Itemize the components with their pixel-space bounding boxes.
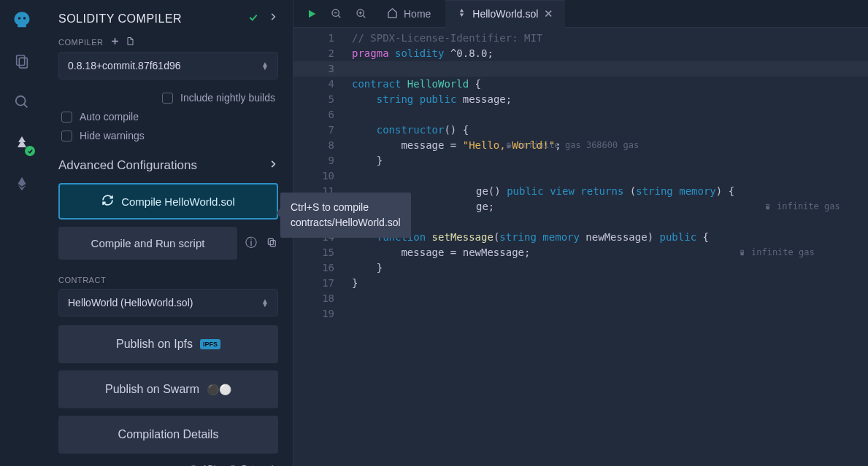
deploy-icon[interactable] xyxy=(10,172,34,195)
line-number: 4 xyxy=(293,77,334,92)
line-number: 7 xyxy=(293,123,334,138)
refresh-icon xyxy=(101,194,114,209)
publish-ipfs-button[interactable]: Publish on Ipfs IPFS xyxy=(58,325,278,363)
swarm-badge-icon: ⚫⚪ xyxy=(207,384,231,395)
run-icon[interactable] xyxy=(301,3,323,25)
home-icon xyxy=(387,7,398,20)
line-number: 19 xyxy=(293,306,334,322)
svg-line-16 xyxy=(363,15,365,18)
panel-title: SOLIDITY COMPILER xyxy=(58,12,182,26)
auto-compile-row: Auto compile xyxy=(58,107,278,126)
tab-bar: Home HelloWorld.sol ✕ xyxy=(293,0,868,28)
ipfs-badge-icon: IPFS xyxy=(200,339,220,349)
compiler-version-select[interactable]: 0.8.18+commit.87f61d96 ▲▼ xyxy=(58,52,278,79)
compile-run-button[interactable]: Compile and Run script xyxy=(58,227,237,260)
close-icon[interactable]: ✕ xyxy=(544,7,553,20)
solidity-file-icon xyxy=(457,8,466,20)
publish-swarm-button[interactable]: Publish on Swarm ⚫⚪ xyxy=(58,370,278,408)
zoom-in-icon[interactable] xyxy=(350,3,372,25)
line-number: 5 xyxy=(293,92,334,107)
updown-icon: ▲▼ xyxy=(261,62,269,69)
svg-rect-6 xyxy=(268,238,273,244)
line-number: 2 xyxy=(293,46,334,61)
line-number: 17 xyxy=(293,276,334,291)
icon-rail xyxy=(0,0,44,466)
panel-header: SOLIDITY COMPILER xyxy=(58,12,278,26)
check-icon xyxy=(247,12,259,26)
tab-home[interactable]: Home xyxy=(375,0,442,28)
line-number: 8 xyxy=(293,138,334,153)
plus-icon[interactable] xyxy=(110,36,120,47)
copy-icon[interactable] xyxy=(265,237,278,250)
file-explorer-icon[interactable] xyxy=(10,50,34,73)
compiler-subhead: COMPILER xyxy=(58,36,278,47)
chevron-right-icon xyxy=(268,158,278,173)
compilation-details-button[interactable]: Compilation Details xyxy=(58,416,278,454)
search-icon[interactable] xyxy=(10,90,34,114)
svg-line-13 xyxy=(338,15,340,18)
contract-subhead: CONTRACT xyxy=(58,276,278,284)
auto-compile-checkbox[interactable] xyxy=(61,112,72,123)
advanced-config-toggle[interactable]: Advanced Configurations xyxy=(58,158,278,173)
include-nightly-checkbox[interactable] xyxy=(162,93,173,104)
line-number: 10 xyxy=(293,168,334,184)
chevron-right-icon[interactable] xyxy=(268,12,278,26)
info-icon[interactable]: ⓘ xyxy=(245,236,258,251)
line-number: 15 xyxy=(293,245,334,260)
code-editor[interactable]: 12345678910111213141516171819 // SPDX-Li… xyxy=(293,28,868,466)
zoom-out-icon[interactable] xyxy=(326,3,347,25)
line-number: 18 xyxy=(293,291,334,306)
include-nightly-row: Include nightly builds xyxy=(58,88,278,107)
svg-line-3 xyxy=(24,104,28,108)
success-badge-icon xyxy=(25,146,35,156)
code-lines: // SPDX-License-Identifier: MIT pragma s… xyxy=(346,28,868,466)
svg-rect-0 xyxy=(17,55,25,66)
line-number: 16 xyxy=(293,260,334,276)
compile-button[interactable]: Compile HelloWorld.sol xyxy=(58,183,278,220)
updown-icon: ▲▼ xyxy=(261,299,269,306)
contract-select[interactable]: HelloWorld (HelloWorld.sol) ▲▼ xyxy=(58,289,278,317)
svg-point-2 xyxy=(16,96,26,106)
line-number: 1 xyxy=(293,31,334,46)
hide-warnings-row: Hide warnings xyxy=(58,126,278,145)
line-number: 6 xyxy=(293,107,334,123)
compiler-panel: SOLIDITY COMPILER COMPILER 0.8.18+commit… xyxy=(44,0,293,466)
svg-rect-1 xyxy=(19,58,27,68)
file-icon[interactable] xyxy=(126,36,134,47)
hide-warnings-checkbox[interactable] xyxy=(61,131,72,141)
line-number: 9 xyxy=(293,153,334,168)
tab-file[interactable]: HelloWorld.sol ✕ xyxy=(445,0,565,28)
logo-icon[interactable] xyxy=(10,9,34,32)
compile-tooltip: Ctrl+S to compile contracts/HelloWorld.s… xyxy=(280,193,411,238)
line-gutter: 12345678910111213141516171819 xyxy=(293,28,346,466)
compiler-icon[interactable] xyxy=(10,131,34,155)
